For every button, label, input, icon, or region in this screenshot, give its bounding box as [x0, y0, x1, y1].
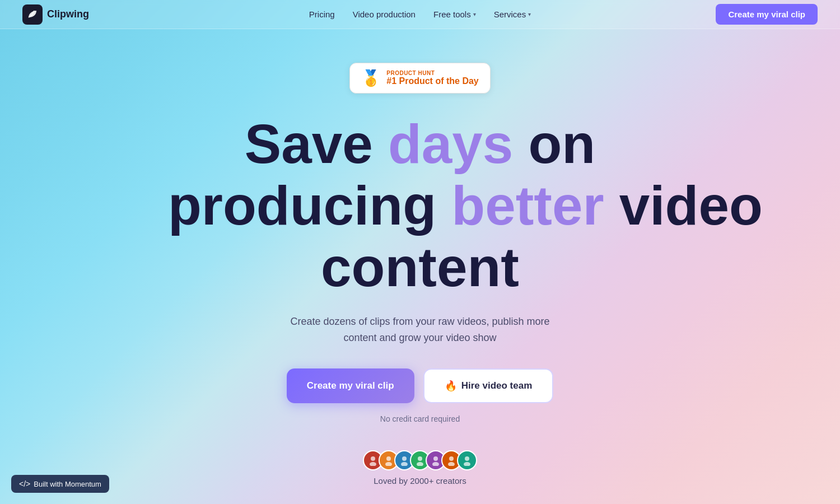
navbar: Clipwing Pricing Video production Free t… [0, 0, 840, 29]
nav-video-production[interactable]: Video production [353, 10, 416, 19]
svg-point-13 [464, 462, 470, 466]
ph-title: #1 Product of the Day [386, 76, 478, 86]
cta-buttons: Create my viral clip 🔥 Hire video team [287, 368, 554, 403]
nav-links: Pricing Video production Free tools ▾ Se… [309, 10, 531, 19]
no-credit-card-text: No credit card required [380, 414, 460, 423]
svg-point-11 [448, 462, 455, 466]
avatar [457, 450, 477, 470]
svg-point-2 [386, 456, 391, 461]
hero-headline: Save days on producing better video cont… [168, 114, 672, 298]
svg-point-10 [449, 456, 454, 461]
headline-better: better [451, 175, 604, 236]
svg-point-8 [433, 456, 438, 461]
social-proof-text: Loved by 2000+ creators [374, 476, 466, 486]
hero-section: 🥇 PRODUCT HUNT #1 Product of the Day Sav… [0, 29, 840, 486]
hero-subheadline: Create dozens of clips from your raw vid… [280, 314, 560, 346]
medal-icon: 🥇 [361, 69, 381, 87]
svg-point-7 [417, 462, 423, 466]
nav-free-tools[interactable]: Free tools ▾ [433, 10, 476, 19]
svg-point-5 [401, 462, 408, 466]
svg-point-4 [402, 456, 407, 461]
chevron-down-icon: ▾ [528, 11, 531, 17]
product-hunt-badge: 🥇 PRODUCT HUNT #1 Product of the Day [349, 63, 490, 94]
nav-cta-button[interactable]: Create my viral clip [716, 4, 818, 25]
svg-point-0 [371, 456, 375, 461]
nav-pricing[interactable]: Pricing [309, 10, 335, 19]
ph-badge-text: PRODUCT HUNT #1 Product of the Day [386, 70, 478, 86]
nav-services[interactable]: Services ▾ [494, 10, 531, 19]
ph-label: PRODUCT HUNT [386, 70, 478, 76]
social-proof: Loved by 2000+ creators [363, 450, 477, 486]
headline-save: Save [245, 113, 373, 175]
hire-team-button[interactable]: 🔥 Hire video team [423, 368, 554, 403]
logo-text: Clipwing [47, 8, 89, 20]
momentum-badge[interactable]: </> Built with Momentum [11, 475, 109, 493]
fire-icon: 🔥 [445, 380, 457, 392]
avatar-group [363, 450, 477, 470]
svg-point-1 [370, 462, 376, 466]
logo-icon [22, 4, 43, 25]
svg-point-6 [418, 456, 422, 461]
create-clip-button[interactable]: Create my viral clip [287, 368, 414, 403]
headline-content: content [321, 236, 519, 298]
headline-producing: producing [168, 175, 436, 236]
headline-video: video [619, 175, 763, 236]
headline-on: on [528, 113, 595, 175]
logo-area: Clipwing [22, 4, 89, 25]
svg-point-12 [465, 456, 469, 461]
svg-point-3 [385, 462, 392, 466]
chevron-down-icon: ▾ [473, 11, 476, 17]
svg-point-9 [432, 462, 439, 466]
headline-days: days [388, 113, 513, 175]
code-icon: </> [19, 479, 30, 488]
